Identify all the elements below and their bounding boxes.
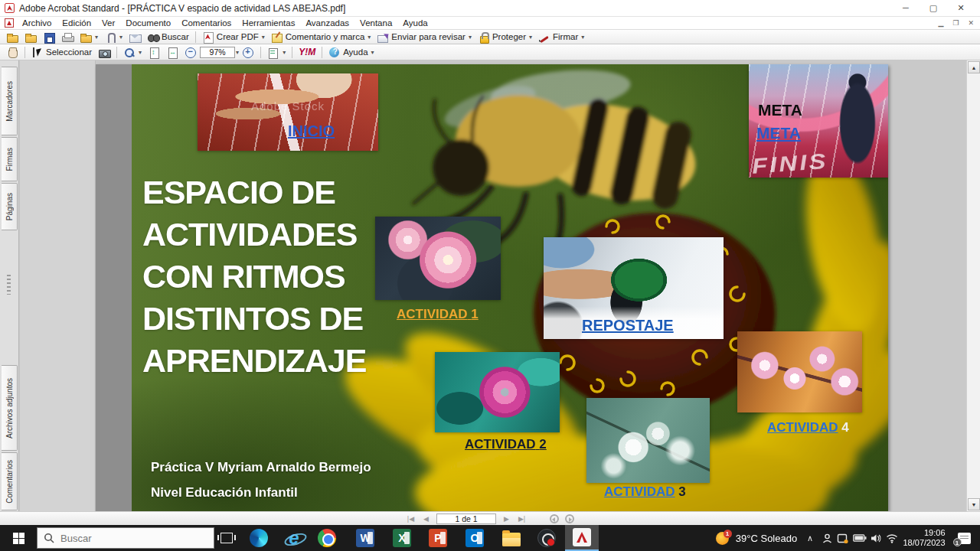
taskbar-internet-explorer[interactable]: e xyxy=(277,525,311,551)
print-button[interactable] xyxy=(58,31,77,44)
doc-restore-button[interactable]: ❐ xyxy=(952,19,959,27)
status-bar: |◀ ◀ 1 de 1 ▶ ▶| xyxy=(0,511,980,525)
taskbar-obs[interactable] xyxy=(530,525,564,551)
battery-tray-button[interactable] xyxy=(851,525,868,551)
actividad2-link[interactable]: ACTIVIDAD 2 xyxy=(465,437,547,452)
actividad1-link[interactable]: ACTIVIDAD 1 xyxy=(397,307,479,322)
next-page-button[interactable]: ▶ xyxy=(502,515,511,523)
actividad4-link[interactable]: ACTIVIDAD 4 xyxy=(767,420,849,435)
repostaje-image[interactable]: REPOSTAJE xyxy=(544,237,724,339)
tab-marcadores[interactable]: Marcadores xyxy=(2,67,18,135)
create-pdf-button[interactable]: Crear PDF▾ xyxy=(199,31,268,44)
menu-comentarios[interactable]: Comentarios xyxy=(176,18,237,28)
navigation-tab-strip: Marcadores Firmas Páginas Archivos adjun… xyxy=(0,60,19,511)
taskbar-acrobat-active[interactable] xyxy=(565,525,599,551)
panel-splitter-grip[interactable] xyxy=(7,275,11,295)
network-tray-button[interactable] xyxy=(884,525,900,551)
send-for-review-button[interactable]: Enviar para revisar▾ xyxy=(374,31,475,44)
fit-width-icon xyxy=(166,47,178,58)
scroll-up-button[interactable]: ▲ xyxy=(968,61,980,73)
snapshot-button[interactable] xyxy=(95,46,113,59)
maximize-button[interactable]: ▢ xyxy=(926,3,940,13)
start-button[interactable] xyxy=(0,525,37,551)
open-button[interactable] xyxy=(3,31,21,44)
marquee-zoom-button[interactable]: ▾ xyxy=(120,46,145,59)
taskbar-file-explorer[interactable] xyxy=(495,525,528,551)
tray-overflow-button[interactable]: ∧ xyxy=(802,525,818,551)
search-input[interactable] xyxy=(60,533,183,544)
select-tool-button[interactable]: Seleccionar xyxy=(28,46,95,59)
zoom-out-button[interactable] xyxy=(181,46,200,59)
doc-minimize-button[interactable]: ▁ xyxy=(938,19,943,27)
menu-documento[interactable]: Documento xyxy=(120,18,176,28)
teams-tray-button[interactable] xyxy=(835,525,850,551)
clock-tray-button[interactable]: 19:06 18/07/2023 xyxy=(900,525,948,551)
fit-page-button[interactable] xyxy=(145,46,163,59)
actividad3-image[interactable] xyxy=(586,398,710,483)
menu-ver[interactable]: Ver xyxy=(96,18,120,28)
fit-width-button[interactable] xyxy=(163,46,181,59)
yahoo-messenger-button[interactable]: Y!M xyxy=(296,46,318,58)
taskbar-excel[interactable]: X xyxy=(385,525,419,551)
zoom-level-input[interactable] xyxy=(200,47,235,58)
actividad3-link[interactable]: ACTIVIDAD 3 xyxy=(604,484,686,500)
tab-archivos-adjuntos[interactable]: Archivos adjuntos xyxy=(2,365,18,451)
help-button[interactable]: Ayuda▾ xyxy=(325,46,377,59)
menu-edicion[interactable]: Edición xyxy=(57,18,96,28)
protect-button[interactable]: Proteger▾ xyxy=(475,31,535,44)
menu-archivo[interactable]: Archivo xyxy=(17,18,57,28)
hand-tool-button[interactable] xyxy=(3,46,21,59)
doc-close-button[interactable]: ✕ xyxy=(968,19,974,27)
magnifier-icon xyxy=(123,47,136,58)
attach-button[interactable]: ▾ xyxy=(101,31,126,44)
email-button[interactable] xyxy=(126,31,144,44)
document-icon[interactable] xyxy=(5,18,14,28)
repostaje-link[interactable]: REPOSTAJE xyxy=(582,317,674,334)
meet-now-button[interactable] xyxy=(819,525,835,551)
comment-markup-button[interactable]: Comentario y marca▾ xyxy=(268,31,374,44)
previous-page-button[interactable]: ◀ xyxy=(422,515,430,523)
minimize-button[interactable]: ─ xyxy=(899,3,913,13)
zoom-in-button[interactable] xyxy=(239,46,257,59)
meta-image[interactable]: FINIS META META xyxy=(749,64,888,178)
menu-avanzadas[interactable]: Avanzadas xyxy=(300,18,354,28)
taskbar-powerpoint[interactable]: P xyxy=(421,525,455,551)
taskbar-chrome[interactable] xyxy=(310,525,344,551)
search-button[interactable]: Buscar xyxy=(144,31,192,44)
document-pane: Marcadores Firmas Páginas Archivos adjun… xyxy=(0,60,980,511)
inicio-link[interactable]: INICIO xyxy=(288,122,335,140)
volume-tray-button[interactable] xyxy=(868,525,884,551)
taskbar-edge[interactable] xyxy=(242,525,276,551)
tab-paginas[interactable]: Páginas xyxy=(2,183,18,230)
action-center-button[interactable]: 1 xyxy=(952,525,975,551)
meta-link[interactable]: META xyxy=(756,124,801,142)
organizer-button[interactable] xyxy=(21,31,40,44)
save-button[interactable] xyxy=(40,31,58,44)
menu-ayuda[interactable]: Ayuda xyxy=(397,18,433,28)
previous-view-button[interactable] xyxy=(550,514,559,523)
actividad1-image[interactable] xyxy=(375,217,501,300)
first-page-button[interactable]: |◀ xyxy=(406,515,416,523)
menu-ventana[interactable]: Ventana xyxy=(354,18,397,28)
taskbar-search[interactable] xyxy=(37,527,214,549)
taskbar-word[interactable]: W xyxy=(348,525,382,551)
inicio-image[interactable]: Adobe Stock INICIO xyxy=(198,73,378,151)
weather-text[interactable]: 39°C Soleado xyxy=(733,525,799,551)
task-view-button[interactable] xyxy=(211,525,242,551)
page-display-button[interactable]: ▾ xyxy=(264,46,289,59)
tab-firmas[interactable]: Firmas xyxy=(2,137,18,181)
last-page-button[interactable]: ▶| xyxy=(517,515,527,523)
vertical-scrollbar[interactable]: ▲ ▼ xyxy=(966,60,980,511)
actividad4-image[interactable] xyxy=(737,331,862,412)
scroll-down-button[interactable]: ▼ xyxy=(968,498,980,510)
combine-files-button[interactable]: ▾ xyxy=(77,31,101,44)
tab-comentarios[interactable]: Comentarios xyxy=(2,452,18,510)
menu-herramientas[interactable]: Herramientas xyxy=(237,18,300,28)
weather-icon-button[interactable]: 1 xyxy=(710,525,733,551)
sign-button[interactable]: Firmar▾ xyxy=(535,31,587,44)
taskbar-outlook[interactable]: O xyxy=(458,525,492,551)
close-button[interactable]: ✕ xyxy=(954,3,968,13)
next-view-button[interactable] xyxy=(565,514,574,523)
page-indicator-input[interactable]: 1 de 1 xyxy=(436,514,496,524)
actividad2-image[interactable] xyxy=(435,352,560,432)
